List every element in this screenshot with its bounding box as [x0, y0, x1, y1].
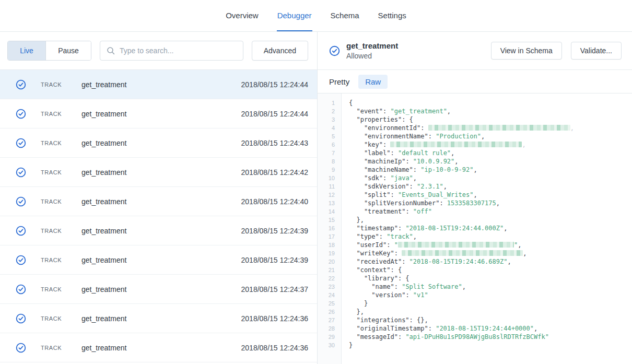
- code-token: :: [379, 233, 387, 240]
- code-token: :: [390, 191, 397, 198]
- code-token: :: [405, 158, 413, 165]
- code-token: "2018-08-15T19:24:46.689Z": [409, 258, 508, 265]
- code-line: "name": "Split Software",: [349, 283, 628, 291]
- line-number: 20: [318, 257, 335, 266]
- event-name: get_treatment: [81, 256, 126, 264]
- code-token: "key": [349, 141, 383, 148]
- event-name: get_treatment: [81, 227, 126, 235]
- code-pane[interactable]: { "event": "get_treatment", "properties"…: [342, 93, 632, 364]
- code-token: ,: [534, 325, 537, 332]
- event-row[interactable]: TRACKget_treatment2018/08/15 12:24:40: [0, 187, 317, 216]
- event-row[interactable]: TRACKget_treatment2018/08/15 12:24:36: [0, 304, 317, 333]
- tab-raw[interactable]: Raw: [358, 75, 388, 89]
- event-name: get_treatment: [81, 168, 126, 177]
- pause-button[interactable]: Pause: [46, 41, 91, 60]
- code-line: "treatment": "off": [349, 207, 628, 216]
- event-row[interactable]: TRACKget_treatment2018/08/15 12:24:44: [0, 70, 317, 99]
- check-circle-icon: [16, 226, 26, 236]
- code-token: "default rule": [398, 149, 451, 157]
- event-name: get_treatment: [81, 344, 126, 352]
- line-number: 25: [318, 299, 335, 308]
- event-row[interactable]: TRACKget_treatment2018/08/15 12:24:43: [0, 128, 317, 158]
- code-line: "machineIp": "10.0.9.92",: [349, 157, 628, 166]
- code-line: "context": {: [349, 266, 628, 274]
- tab-schema[interactable]: Schema: [330, 0, 360, 31]
- code-line: }: [349, 341, 628, 349]
- check-circle-icon: [16, 79, 26, 90]
- code-token: ,: [451, 149, 454, 157]
- code-token: "userId": [349, 241, 387, 249]
- code-token: {: [349, 99, 353, 107]
- code-line: "integrations": {},: [349, 316, 628, 324]
- advanced-button[interactable]: Advanced: [252, 41, 308, 61]
- code-token: :: [383, 108, 390, 115]
- redacted-value: [402, 250, 523, 256]
- code-token: : {: [402, 116, 413, 123]
- check-circle-icon: [16, 138, 26, 148]
- code-token: ,: [447, 108, 451, 115]
- code-token: "machineName": [349, 166, 413, 173]
- code-token: }: [349, 342, 353, 349]
- code-token: :: [390, 149, 397, 157]
- search-input[interactable]: [120, 46, 237, 55]
- event-list: TRACKget_treatment2018/08/15 12:24:44TRA…: [0, 70, 317, 364]
- code-token: },: [349, 216, 364, 224]
- tab-debugger[interactable]: Debugger: [277, 0, 312, 31]
- code-token: "integrations": [349, 316, 409, 324]
- validate-button[interactable]: Validate...: [571, 42, 622, 60]
- code-line: "originalTimestamp": "2018-08-15T19:24:4…: [349, 324, 628, 333]
- code-token: :: [394, 283, 402, 290]
- event-row[interactable]: TRACKget_treatment2018/08/15 12:24:44: [0, 99, 317, 128]
- event-name: get_treatment: [81, 80, 126, 89]
- event-row[interactable]: TRACKget_treatment2018/08/15 12:24:42: [0, 158, 317, 187]
- top-nav: OverviewDebuggerSchemaSettings: [0, 0, 632, 32]
- event-row[interactable]: TRACKget_treatment2018/08/15 12:24:39: [0, 245, 317, 275]
- event-row[interactable]: TRACKget_treatment2018/08/15 12:24:39: [0, 216, 317, 245]
- live-button[interactable]: Live: [8, 41, 46, 60]
- line-number: 7: [318, 149, 335, 157]
- code-token: :: [420, 124, 428, 132]
- event-timestamp: 2018/08/15 12:24:42: [241, 168, 308, 177]
- detail-header: get_treatment Allowed View in Schema Val…: [318, 32, 632, 70]
- code-token: 1533583307175: [447, 199, 496, 207]
- code-line: "messageId": "api-DPuH8u1sPD98AWjgBu8slR…: [349, 333, 628, 341]
- code-token: "originalTimestamp": [349, 325, 428, 332]
- event-row[interactable]: TRACKget_treatment2018/08/15 12:24:36: [0, 333, 317, 362]
- line-number: 14: [318, 207, 335, 216]
- code-token: :: [413, 166, 420, 173]
- tab-settings[interactable]: Settings: [378, 0, 407, 31]
- code-token: ": [394, 241, 398, 249]
- code-token: ,: [413, 174, 417, 182]
- code-line: "library": {: [349, 274, 628, 283]
- line-number: 12: [318, 191, 335, 199]
- view-in-schema-button[interactable]: View in Schema: [491, 42, 562, 60]
- code-token: "java": [390, 174, 413, 182]
- check-circle-icon: [16, 313, 26, 324]
- code-token: "name": [349, 283, 394, 290]
- tab-pretty[interactable]: Pretty: [329, 75, 349, 89]
- event-row[interactable]: TRACKget_treatment2018/08/15 12:24:37: [0, 275, 317, 304]
- search-box[interactable]: [100, 41, 243, 61]
- check-circle-icon: [16, 343, 26, 353]
- code-token: "off": [413, 208, 432, 215]
- code-line: }: [349, 299, 628, 308]
- code-token: :: [387, 241, 394, 249]
- event-list-panel: Live Pause Advanced TRACKget_treatment20…: [0, 32, 318, 364]
- code-token: "library": [349, 275, 398, 282]
- code-token: "api-DPuH8u1sPD98AWjgBu8slRDTRfzBCWfk": [405, 333, 549, 340]
- event-name: get_treatment: [81, 314, 126, 323]
- event-timestamp: 2018/08/15 12:24:44: [241, 110, 308, 118]
- code-line: "event": "get_treatment",: [349, 107, 628, 115]
- code-token: :: [394, 250, 402, 257]
- code-token: :: [405, 208, 413, 215]
- code-line: "sdk": "java",: [349, 174, 628, 182]
- detail-title-block: get_treatment Allowed: [346, 41, 398, 61]
- event-type-label: TRACK: [41, 257, 71, 263]
- line-number: 22: [318, 274, 335, 283]
- code-token: "ip-10-0-9-92": [420, 166, 473, 173]
- tab-overview[interactable]: Overview: [225, 0, 259, 31]
- code-token: ,: [507, 258, 511, 265]
- code-line: "split": "Events_Dual_Writes",: [349, 191, 628, 199]
- code-token: ,: [481, 133, 485, 140]
- code-token: ,: [454, 158, 458, 165]
